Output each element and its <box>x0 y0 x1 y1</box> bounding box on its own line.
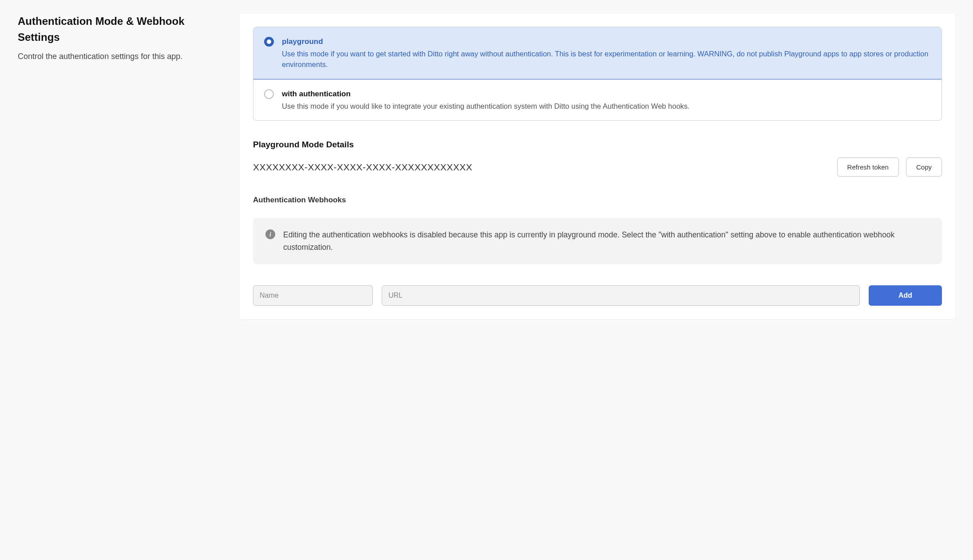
settings-card: playground Use this mode if you want to … <box>240 13 955 319</box>
webhook-form: Add <box>253 285 942 306</box>
playground-details-heading: Playground Mode Details <box>253 138 942 151</box>
mode-description: Use this mode if you would like to integ… <box>282 101 931 112</box>
add-webhook-button[interactable]: Add <box>869 285 942 306</box>
copy-token-button[interactable]: Copy <box>906 158 942 177</box>
webhook-url-input[interactable] <box>382 285 860 306</box>
auth-mode-radio-group: playground Use this mode if you want to … <box>253 27 942 121</box>
mode-label: playground <box>282 36 931 47</box>
page-subtitle: Control the authentication settings for … <box>18 51 222 63</box>
page-title: Authentication Mode & Webhook Settings <box>18 13 222 45</box>
radio-indicator-icon <box>264 89 274 99</box>
info-icon: i <box>265 229 275 253</box>
refresh-token-button[interactable]: Refresh token <box>837 158 899 177</box>
mode-option-playground[interactable]: playground Use this mode if you want to … <box>253 27 941 79</box>
token-value: XXXXXXXX-XXXX-XXXX-XXXX-XXXXXXXXXXXX <box>253 160 830 174</box>
mode-description: Use this mode if you want to get started… <box>282 48 931 71</box>
webhooks-disabled-text: Editing the authentication webhooks is d… <box>283 229 929 253</box>
webhook-name-input[interactable] <box>253 285 373 306</box>
webhooks-heading: Authentication Webhooks <box>253 194 942 206</box>
radio-indicator-icon <box>264 37 274 47</box>
mode-label: with authentication <box>282 88 931 100</box>
mode-option-with-authentication[interactable]: with authentication Use this mode if you… <box>253 79 941 120</box>
webhooks-disabled-banner: i Editing the authentication webhooks is… <box>253 218 942 264</box>
